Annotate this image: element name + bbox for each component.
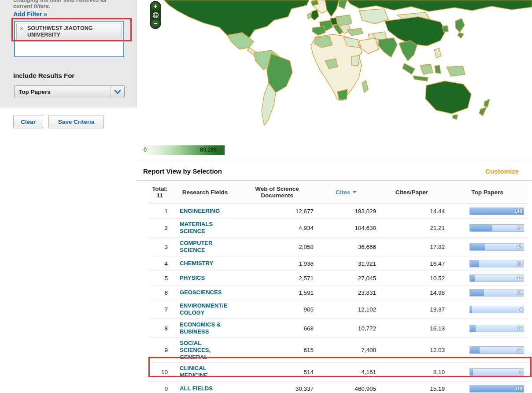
column-header-top-papers[interactable]: Top Papers [471,189,503,196]
sort-desc-icon [352,191,357,193]
documents-value: 30,337 [296,386,314,392]
cites-per-paper-value: 15.19 [430,386,445,392]
globe-icon[interactable] [151,11,160,19]
documents-value: 4,934 [299,225,314,231]
table-row-highlighted: 10CLINICAL MEDICINE5144,1618.109 [149,363,528,382]
column-header-cites[interactable]: Cites [336,189,350,196]
add-filter-link[interactable]: Add Filter » [13,11,47,18]
top-papers-value: 27 [517,347,522,353]
cites-value: 104,630 [355,225,376,231]
row-rank: 1 [164,208,168,215]
map-region-japan[interactable] [455,19,465,32]
customize-link[interactable]: Customize [485,167,519,175]
map-region-scandinavia[interactable] [325,0,339,17]
map-region-argentina[interactable] [262,83,276,125]
column-header-cites-per-paper[interactable]: Cites/Paper [395,189,428,196]
research-field-link[interactable]: CHEMISTRY [180,260,213,267]
column-header-research-fields[interactable]: Research Fields [182,189,228,196]
cites-per-paper-value: 8.10 [433,369,445,375]
cites-per-paper-value: 16.13 [430,325,445,332]
zoom-in-button[interactable]: + [151,2,160,11]
top-papers-value: 6 [520,306,522,313]
top-papers-bar: 15 [469,274,524,282]
top-papers-value: 41 [517,244,522,250]
map-region-south-africa[interactable] [337,89,347,100]
map-region-united-kingdom[interactable] [311,10,319,20]
research-field-link[interactable]: GEOSCIENCES [180,289,222,296]
top-papers-value: 24 [517,260,522,267]
top-papers-bar: 27 [469,346,524,354]
documents-value: 905 [303,306,314,313]
filter-sidebar: Changing the filter field removes all cu… [0,0,137,393]
documents-value: 2,058 [299,244,314,250]
row-rank: 5 [164,275,168,282]
map-region-finland[interactable] [339,0,347,9]
zoom-out-button[interactable]: − [151,19,160,28]
documents-value: 1,938 [299,260,314,267]
research-field-link[interactable]: PHYSICS [180,274,205,282]
include-results-label: Include Results For [13,72,74,79]
row-rank: 0 [164,386,168,392]
research-field-link[interactable]: ENVIRONMENT/E COLOGY [180,302,227,316]
map-region-japan-south[interactable] [458,33,464,38]
documents-value: 668 [303,325,314,332]
documents-value: 514 [303,369,314,375]
save-criteria-button[interactable]: Save Criteria [48,115,104,128]
map-region-new-guinea[interactable] [447,66,465,76]
report-title: Report View by Selection [143,167,222,175]
map-region-new-zealand-south[interactable] [479,107,487,116]
top-papers-bar: 16 [469,325,524,332]
map-region-southeast-asia[interactable] [399,41,417,61]
filter-note-line2: current filters. [13,3,50,9]
map-region-spain[interactable] [312,26,325,35]
map-region-east-africa[interactable] [351,56,360,66]
clear-button[interactable]: Clear [13,115,43,128]
map-region-ireland[interactable] [307,13,311,19]
filter-input[interactable] [15,42,123,56]
map-region-tasmania[interactable] [453,115,458,119]
map-region-madagascar[interactable] [362,80,368,93]
research-field-link[interactable]: COMPUTER SCIENCE [180,240,212,254]
results-type-value: Top Papers [15,89,111,95]
research-field-link[interactable]: CLINICAL MEDICINE [180,365,208,379]
map-region-australia[interactable] [425,81,471,114]
map-region-borneo[interactable] [420,64,433,74]
map-region-sulawesi[interactable] [435,65,441,74]
remove-filter-icon[interactable]: × [20,26,23,31]
cites-value: 23,831 [358,289,376,296]
top-papers-bar: 62 [469,224,524,232]
filter-note: Changing the filter field removes all cu… [13,0,107,9]
column-header-documents[interactable]: Web of Science Documents [255,185,299,199]
map-region-kazakhstan[interactable] [359,9,388,24]
research-field-link[interactable]: ALL FIELDS [180,385,213,392]
table-row: 0ALL FIELDS30,337460,90515.19413 [149,382,528,393]
table-header-row: Total: 11 Research Fields Web of Science… [149,181,528,204]
map-region-sumatra[interactable] [403,63,415,74]
map-region-saudi-arabia[interactable] [359,38,379,54]
research-field-link[interactable]: SOCIAL SCIENCES, GENERAL [180,340,211,361]
cites-value: 31,921 [358,260,376,267]
research-field-link[interactable]: ECONOMICS & BUSINESS [180,321,221,335]
map-region-new-zealand-north[interactable] [484,99,490,107]
cites-value: 460,905 [355,386,376,392]
results-type-dropdown[interactable]: Top Papers [14,85,125,98]
row-rank: 7 [164,306,168,313]
map-zoom-control: + − [150,1,161,29]
documents-value: 2,571 [299,275,314,282]
map-region-java[interactable] [413,76,428,81]
page: Changing the filter field removes all cu… [0,0,532,393]
table-row: 1ENGINEERING12,677183,02914.44149 [149,204,528,219]
chevron-down-icon [111,86,124,98]
map-region-philippines[interactable] [434,48,441,58]
map-region-north-america[interactable] [164,0,309,38]
research-field-link[interactable]: ENGINEERING [180,208,220,215]
map-region-india[interactable] [378,38,397,57]
filter-note-line1: Changing the filter field removes all [13,0,107,3]
top-papers-value: 39 [517,289,522,296]
cites-per-paper-value: 16.47 [430,260,445,267]
research-field-link[interactable]: MATERIALS SCIENCE [180,221,213,235]
cites-per-paper-value: 13.37 [430,306,445,313]
documents-value: 1,591 [299,289,314,296]
cites-value: 10,772 [358,325,376,332]
map-region-korea[interactable] [442,26,448,32]
